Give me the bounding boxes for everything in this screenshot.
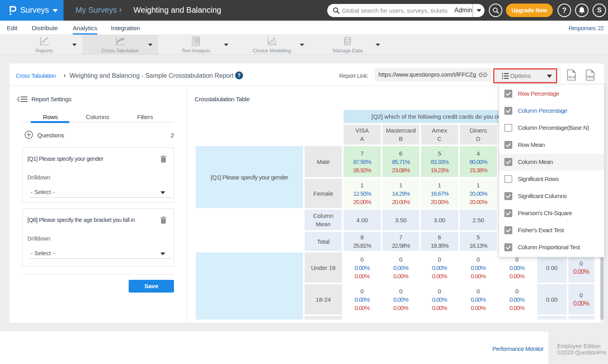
svg-text:XLS: XLS xyxy=(568,75,575,79)
svg-text:PDF: PDF xyxy=(587,75,594,79)
